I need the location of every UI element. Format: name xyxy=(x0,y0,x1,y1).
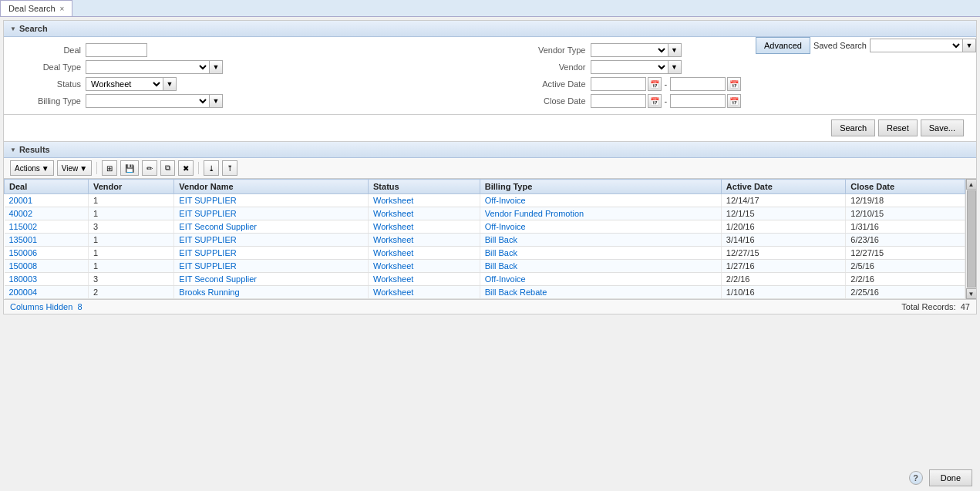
tab-close-button[interactable]: × xyxy=(60,5,65,13)
duplicate-button[interactable]: ⧉ xyxy=(160,160,175,176)
close-date-field-row: Close Date 📅 - 📅 xyxy=(506,94,965,108)
close-date-from-cal-btn[interactable]: 📅 xyxy=(648,94,662,108)
table-row: 1800033EIT Second SupplierWorksheetOff-I… xyxy=(5,273,965,286)
status-cell[interactable]: Worksheet xyxy=(369,207,480,220)
vendor-cell: 1 xyxy=(88,260,173,273)
active-date-to-cal-btn[interactable]: 📅 xyxy=(727,77,741,91)
vendor-name-cell[interactable]: EIT Second Supplier xyxy=(174,273,369,286)
import-button[interactable]: ⤒ xyxy=(222,160,237,176)
billing-type-cell[interactable]: Bill Back xyxy=(480,260,721,273)
add-row-button[interactable]: ⊞ xyxy=(102,160,117,176)
deal-cell[interactable]: 115002 xyxy=(5,220,89,234)
active-date-from-cal-btn[interactable]: 📅 xyxy=(648,77,662,91)
deal-cell[interactable]: 150008 xyxy=(5,260,89,273)
save-button[interactable]: Save... xyxy=(921,119,964,136)
deal-search-tab[interactable]: Deal Search × xyxy=(0,0,72,16)
status-dropdown-btn[interactable]: ▼ xyxy=(163,77,177,91)
vendor-dropdown-btn[interactable]: ▼ xyxy=(668,60,682,74)
scrollbar-down-button[interactable]: ▼ xyxy=(966,288,977,299)
billing-type-cell[interactable]: Bill Back xyxy=(480,247,721,260)
close-date-cell: 6/23/16 xyxy=(846,234,965,247)
vendor-name-cell[interactable]: Brooks Running xyxy=(174,286,369,299)
billing-type-cell[interactable]: Vendor Funded Promotion xyxy=(480,207,721,220)
vendor-name-cell[interactable]: EIT Second Supplier xyxy=(174,220,369,234)
billing-type-label: Billing Type xyxy=(16,96,86,106)
close-date-from-input[interactable] xyxy=(591,94,646,108)
deal-label: Deal xyxy=(16,45,86,55)
results-section-header[interactable]: ▼ Results xyxy=(4,142,976,158)
status-cell[interactable]: Worksheet xyxy=(369,194,480,207)
status-cell[interactable]: Worksheet xyxy=(369,260,480,273)
scrollbar-up-button[interactable]: ▲ xyxy=(966,179,977,190)
billing-type-cell[interactable]: Off-Invoice xyxy=(480,194,721,207)
status-select[interactable]: Worksheet xyxy=(86,77,163,91)
deal-cell[interactable]: 20001 xyxy=(5,194,89,207)
saved-search-group: ▼ xyxy=(870,39,976,52)
scrollbar-thumb[interactable] xyxy=(967,190,976,288)
search-section-header[interactable]: ▼ Search xyxy=(4,21,976,37)
col-header-deal[interactable]: Deal xyxy=(5,180,89,194)
deal-cell[interactable]: 135001 xyxy=(5,234,89,247)
main-content: ▼ Search Deal Deal Type xyxy=(3,20,977,314)
billing-type-dropdown-btn[interactable]: ▼ xyxy=(209,94,223,108)
actions-dropdown-button[interactable]: Actions ▼ xyxy=(10,160,54,176)
saved-search-dropdown-btn[interactable]: ▼ xyxy=(962,39,976,52)
status-cell[interactable]: Worksheet xyxy=(369,247,480,260)
search-section-title: Search xyxy=(19,24,48,33)
reset-button[interactable]: Reset xyxy=(878,119,918,136)
search-button[interactable]: Search xyxy=(831,119,875,136)
status-label: Status xyxy=(16,79,86,89)
active-date-to-input[interactable] xyxy=(670,77,726,91)
vendor-name-cell[interactable]: EIT SUPPLIER xyxy=(174,207,369,220)
vendor-cell: 1 xyxy=(88,247,173,260)
table-scrollbar[interactable]: ▲ ▼ xyxy=(965,179,976,299)
deal-cell[interactable]: 40002 xyxy=(5,207,89,220)
vendor-type-dropdown-btn[interactable]: ▼ xyxy=(668,43,682,57)
billing-type-cell[interactable]: Off-Invoice xyxy=(480,273,721,286)
col-header-status[interactable]: Status xyxy=(369,180,480,194)
delete-button[interactable]: ✖ xyxy=(178,160,194,176)
col-header-vendor-name[interactable]: Vendor Name xyxy=(174,180,369,194)
deal-input[interactable] xyxy=(86,43,147,57)
deal-type-dropdown-btn[interactable]: ▼ xyxy=(209,60,223,74)
total-records-info: Total Records: 47 xyxy=(901,302,970,311)
vendor-name-cell[interactable]: EIT SUPPLIER xyxy=(174,234,369,247)
status-cell[interactable]: Worksheet xyxy=(369,273,480,286)
col-header-vendor[interactable]: Vendor xyxy=(88,180,173,194)
active-date-cell: 1/27/16 xyxy=(721,260,845,273)
export-button[interactable]: ⤓ xyxy=(204,160,219,176)
billing-type-cell[interactable]: Bill Back Rebate xyxy=(480,286,721,299)
advanced-button[interactable]: Advanced xyxy=(756,37,810,54)
vendor-name-cell[interactable]: EIT SUPPLIER xyxy=(174,194,369,207)
status-cell[interactable]: Worksheet xyxy=(369,234,480,247)
active-date-from-input[interactable] xyxy=(591,77,646,91)
help-button[interactable]: ? xyxy=(909,471,923,485)
deal-cell[interactable]: 180003 xyxy=(5,273,89,286)
col-header-close-date[interactable]: Close Date xyxy=(846,180,965,194)
close-date-to-input[interactable] xyxy=(670,94,726,108)
billing-type-select[interactable] xyxy=(86,94,209,108)
status-cell[interactable]: Worksheet xyxy=(369,286,480,299)
vendor-name-cell[interactable]: EIT SUPPLIER xyxy=(174,260,369,273)
saved-search-select[interactable] xyxy=(870,39,962,52)
done-button[interactable]: Done xyxy=(929,469,972,486)
deal-cell[interactable]: 150006 xyxy=(5,247,89,260)
edit-row-button[interactable]: ✏ xyxy=(142,160,157,176)
billing-type-cell[interactable]: Off-Invoice xyxy=(480,220,721,234)
deal-type-select[interactable] xyxy=(86,60,209,74)
col-header-active-date[interactable]: Active Date xyxy=(721,180,845,194)
col-header-billing-type[interactable]: Billing Type xyxy=(480,180,721,194)
active-date-cell: 3/14/16 xyxy=(721,234,845,247)
deal-type-field-row: Deal Type ▼ xyxy=(16,60,475,74)
deal-cell[interactable]: 200004 xyxy=(5,286,89,299)
vendor-select[interactable] xyxy=(591,60,668,74)
status-cell[interactable]: Worksheet xyxy=(369,220,480,234)
view-dropdown-button[interactable]: View ▼ xyxy=(57,160,92,176)
close-date-to-cal-btn[interactable]: 📅 xyxy=(727,94,741,108)
vendor-type-select[interactable] xyxy=(591,43,668,57)
table-row: 1500061EIT SUPPLIERWorksheetBill Back12/… xyxy=(5,247,965,260)
save-row-button[interactable]: 💾 xyxy=(120,160,139,176)
vendor-name-cell[interactable]: EIT SUPPLIER xyxy=(174,247,369,260)
vendor-cell: 1 xyxy=(88,194,173,207)
billing-type-cell[interactable]: Bill Back xyxy=(480,234,721,247)
